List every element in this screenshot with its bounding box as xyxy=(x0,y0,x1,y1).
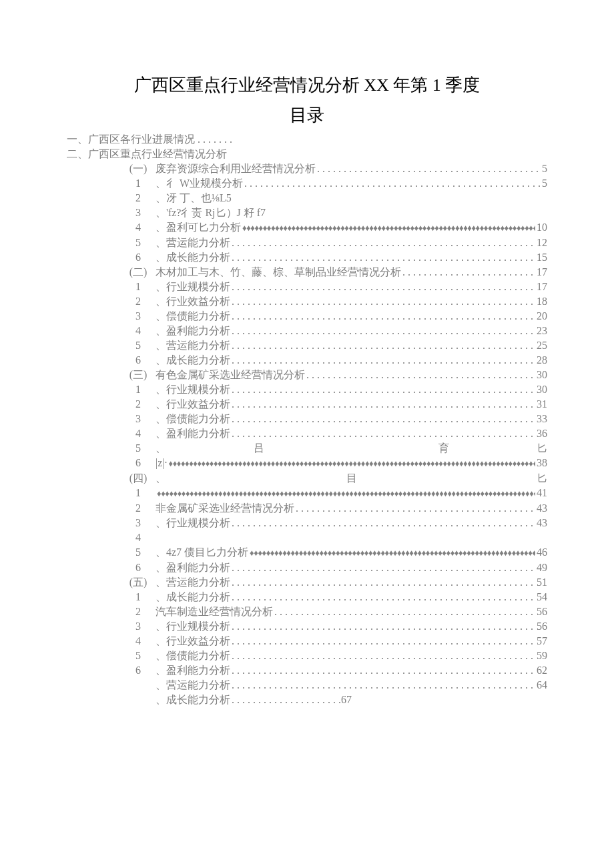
toc-page-number: 64 xyxy=(535,678,547,693)
toc-page-number: 28 xyxy=(535,353,547,368)
toc-row: 6、盈利能力分析. . . . . . . . . . . . . . . . … xyxy=(67,560,547,575)
toc-leader-dots: . . . . . . . . . . . . . . . . . . . . … xyxy=(232,648,535,663)
toc-entry-prefix: 、 xyxy=(156,679,166,691)
toc-page-number: 15 xyxy=(535,250,547,265)
toc-leader-dots: . . . . . . . . . . . . . . . . . . . . … xyxy=(232,353,535,368)
toc-marker: 1 xyxy=(123,176,156,191)
toc-marker: 4 xyxy=(123,426,156,441)
toc-row: 、成长能力分析 . . . . . . . . . . . . . . . . … xyxy=(67,693,547,707)
toc-spread-mid-item: 吕 xyxy=(254,441,264,456)
toc-page-number: 5 xyxy=(541,161,547,176)
toc-row: (五)、营运能力分析. . . . . . . . . . . . . . . … xyxy=(67,575,547,590)
toc-row: 5、营运能力分析. . . . . . . . . . . . . . . . … xyxy=(67,338,547,353)
toc-entry-label: 行业规模分析 xyxy=(166,384,230,395)
toc-leader-dots: . . . . . . . . . . . . . . . . . . . . … xyxy=(232,294,535,309)
toc-row: 3、偿债能力分析. . . . . . . . . . . . . . . . … xyxy=(67,412,547,426)
toc-entry-text: 、成长能力分析 xyxy=(156,250,232,265)
toc-spread-mid-item: 目 xyxy=(346,471,357,486)
toc-entry-text: 、成长能力分析 xyxy=(156,693,232,707)
toc-row: 2、冴 丁、也⅛L5 xyxy=(67,191,547,205)
toc-leader-dots: . . . . . . . . . . . . . . . . . . . . … xyxy=(232,324,535,338)
toc-page-number: 12 xyxy=(535,236,547,250)
toc-page-number: 43 xyxy=(535,516,547,530)
toc-marker: 2 xyxy=(123,294,156,309)
toc-entry-text: 木材加工与木、竹、藤、棕、草制品业经营情况分析 xyxy=(156,265,402,280)
toc-entry-prefix: 、 xyxy=(156,428,166,439)
toc-marker: 2 xyxy=(123,397,156,412)
toc-entry-prefix: 、 xyxy=(156,177,166,189)
toc-marker: 6 xyxy=(123,353,156,368)
toc-row: 6|z|·♦♦♦♦♦♦♦♦♦♦♦♦♦♦♦♦♦♦♦♦♦♦♦♦♦♦♦♦♦♦♦♦♦♦♦… xyxy=(67,456,547,471)
toc-row: (三)有色金属矿采选业经营情况分析. . . . . . . . . . . .… xyxy=(67,368,547,382)
toc-marker: (五) xyxy=(123,575,156,590)
toc-entry-label: 成长能力分析 xyxy=(166,354,230,366)
toc-leader-dots: . . . . . . . . . . . . . . . . . . . . … xyxy=(232,634,535,648)
toc-entry-text: 、行业规模分析 xyxy=(156,619,232,634)
toc-entry-text: 、行业效益分析 xyxy=(156,634,232,648)
toc-entry-label: 行业效益分析 xyxy=(166,296,230,307)
toc-row: 6、成长能力分析. . . . . . . . . . . . . . . . … xyxy=(67,353,547,368)
toc-entry-text: 、彳 W业规模分析 xyxy=(156,176,244,191)
toc-entry-prefix: 、 xyxy=(156,562,166,573)
toc-row: 1、行业规模分析. . . . . . . . . . . . . . . . … xyxy=(67,280,547,294)
toc-row: 1、彳 W业规模分析. . . . . . . . . . . . . . . … xyxy=(67,176,547,191)
toc-entry-label: 汽车制造业经营情况分析 xyxy=(156,606,273,617)
toc-marker: 2 xyxy=(123,604,156,619)
toc-entry-prefix: 、 xyxy=(156,576,166,588)
toc-page-number: 30 xyxy=(535,382,547,397)
toc-entry-prefix: 、 xyxy=(156,281,166,292)
toc-entry-prefix: 、 xyxy=(156,398,166,410)
toc-page-number: 59 xyxy=(535,648,547,663)
toc-leader-dots: . . . . . . . . . . . . . . . . . . . . … xyxy=(402,265,535,280)
toc-entry-text: 、行业规模分析 xyxy=(156,280,232,294)
toc-entry-label: 行业规模分析 xyxy=(166,517,230,528)
toc-marker: 6 xyxy=(123,560,156,575)
toc-leader-dots: . . . . . . . . . . . . . . . . . . . . … xyxy=(306,368,535,382)
toc-row: 1、行业规模分析. . . . . . . . . . . . . . . . … xyxy=(67,382,547,397)
toc-row: 3、偿债能力分析. . . . . . . . . . . . . . . . … xyxy=(67,309,547,324)
toc-entry-text: 、成长能力分析 xyxy=(156,353,232,368)
toc-leader-dots: . . . . . . . . . . . . . . . . . . . . … xyxy=(232,575,535,590)
toc-spread: 、吕育匕 xyxy=(156,441,547,456)
toc-marker: 4 xyxy=(123,530,156,545)
toc-entry-prefix: 、 xyxy=(156,591,166,602)
toc-leader-diamonds: ♦♦♦♦♦♦♦♦♦♦♦♦♦♦♦♦♦♦♦♦♦♦♦♦♦♦♦♦♦♦♦♦♦♦♦♦♦♦♦♦… xyxy=(242,221,535,236)
document-subtitle: 目录 xyxy=(67,103,547,127)
toc-page-number: 49 xyxy=(535,560,547,575)
toc-row: 5、吕育匕 xyxy=(67,441,547,456)
toc-page-number: 56 xyxy=(535,619,547,634)
toc-page-number: 46 xyxy=(535,545,547,560)
toc-entry-text: 、成长能力分析 xyxy=(156,590,232,604)
toc-page-number: 10 xyxy=(535,220,547,235)
toc-entry-label: 盈利可匕力分析 xyxy=(166,222,241,233)
toc-entry-text: 、行业效益分析 xyxy=(156,294,232,309)
toc-marker: 6 xyxy=(123,663,156,678)
toc-page-number: 31 xyxy=(535,397,547,412)
toc-leader-diamonds: ♦♦♦♦♦♦♦♦♦♦♦♦♦♦♦♦♦♦♦♦♦♦♦♦♦♦♦♦♦♦♦♦♦♦♦♦♦♦♦♦… xyxy=(169,456,535,471)
toc-spread-left: 、 xyxy=(156,441,166,456)
toc-leader-dots: . . . . . . . . . . . . . . . . . . . . … xyxy=(232,663,535,678)
toc-leader-dots: . . . . . . . . . . . . . . . . . . . . … xyxy=(232,678,535,693)
toc-entry-label: 盈利能力分析 xyxy=(166,428,230,439)
toc-entry-text: 、营运能力分析 xyxy=(156,575,232,590)
toc-marker: (二) xyxy=(123,265,156,280)
toc-entry-text: 、偿债能力分析 xyxy=(156,648,232,663)
heading-lines: 一、广西区各行业进展情况 . . . . . . . 二、广西区重点行业经营情况… xyxy=(67,132,547,161)
toc-entry-prefix: 、 xyxy=(156,252,166,263)
toc-entry-text: 、盈利能力分析 xyxy=(156,663,232,678)
toc-row: (二)木材加工与木、竹、藤、棕、草制品业经营情况分析. . . . . . . … xyxy=(67,265,547,280)
toc-entry-prefix: 、 xyxy=(156,192,166,203)
toc-leader-dots: . . . . . . . . . . . . . . . . . . . . … xyxy=(317,161,541,176)
toc-entry-text: 废弃资源综合利用业经营情况分析 xyxy=(156,161,317,176)
toc-page-number: 67 xyxy=(341,693,352,707)
toc-entry-label: 废弃资源综合利用业经营情况分析 xyxy=(156,163,316,174)
toc-entry-text: |z|· xyxy=(156,456,169,470)
toc-entry-label: 偿债能力分析 xyxy=(166,413,230,424)
toc-entry-label: 有色金属矿采选业经营情况分析 xyxy=(156,369,305,380)
toc-entry-label: 木材加工与木、竹、藤、棕、草制品业经营情况分析 xyxy=(156,266,401,278)
toc-leader-dots: . . . . . . . . . . . . . . . . . . . . … xyxy=(232,412,535,426)
toc-entry-text: 、盈利能力分析 xyxy=(156,560,232,575)
toc-page-number: 36 xyxy=(535,426,547,441)
toc-page-number: 5 xyxy=(541,176,547,191)
toc-leader-dots: . . . . . . . . . . . . . . . . . . . . … xyxy=(232,397,535,412)
